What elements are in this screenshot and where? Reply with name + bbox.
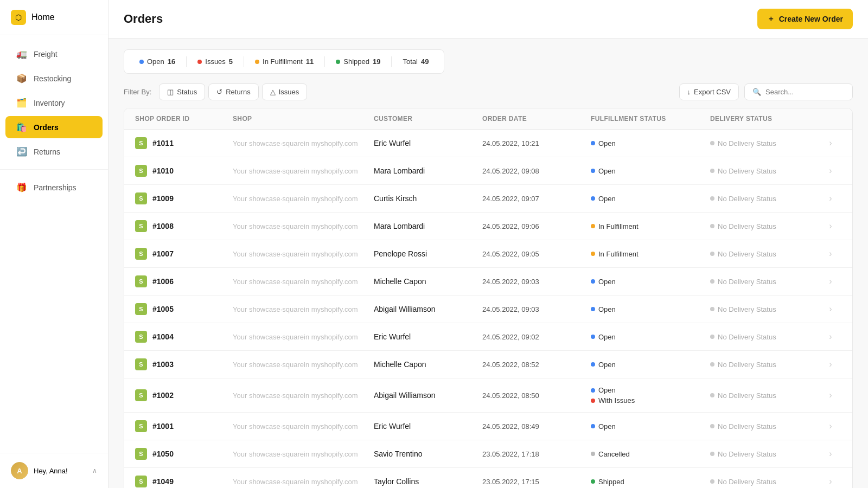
order-id-cell: S #1050 [135,448,233,460]
table-row[interactable]: S #1001 Your showcase·squarein myshopify… [124,413,852,440]
sidebar-item-freight[interactable]: 🚛 Freight [5,43,103,65]
fulfillment-status-text: Cancelled [598,450,630,458]
sidebar-logo[interactable]: ⬡ Home [0,0,108,35]
issues-filter-button[interactable]: △ Issues [262,84,308,100]
order-id-text: #1050 [152,450,174,458]
orders-icon: 🛍️ [16,122,27,132]
search-input[interactable] [765,88,845,96]
status-cell: Open [591,422,710,431]
order-id-cell: S #1009 [135,192,233,204]
table-row[interactable]: S #1010 Your showcase·squarein myshopify… [124,157,852,185]
status-cell: Open [591,361,710,369]
page-title: Orders [124,12,163,26]
stat-shipped: Shipped 19 [330,55,386,68]
status-cell: Shipped [591,478,710,486]
delivery-status-text: No Delivery Status [718,167,776,175]
inventory-icon: 🗂️ [16,98,27,108]
fulfillment-status-text: Open [598,195,616,203]
fulfillment-count: 11 [306,57,314,66]
table-row[interactable]: S #1008 Your showcase·squarein myshopify… [124,213,852,240]
sidebar-item-label: Inventory [34,99,65,107]
fulfillment-badge: Shipped [591,478,710,486]
order-id-text: #1005 [152,305,174,313]
stat-open: Open 16 [134,55,181,68]
row-chevron-icon[interactable]: › [820,304,841,314]
th-delivery: Delivery Status [710,115,820,123]
delivery-dot [710,424,714,428]
sidebar-item-returns[interactable]: ↩️ Returns [5,140,103,163]
row-chevron-icon[interactable]: › [820,390,841,400]
returns-filter-button[interactable]: ↺ Returns [208,84,259,100]
table-row[interactable]: S #1005 Your showcase·squarein myshopify… [124,296,852,323]
table-row[interactable]: S #1011 Your showcase·squarein myshopify… [124,130,852,157]
sidebar-footer[interactable]: A Hey, Anna! ∧ [0,453,108,488]
table-row[interactable]: S #1009 Your showcase·squarein myshopify… [124,185,852,213]
row-chevron-icon[interactable]: › [820,421,841,431]
fulfillment-badge: Open [591,167,710,175]
customer-cell: Michelle Capon [374,360,482,369]
table-row[interactable]: S #1007 Your showcase·squarein myshopify… [124,240,852,268]
table-row[interactable]: S #1049 Your showcase·squarein myshopify… [124,468,852,488]
delivery-dot [710,452,714,456]
fulfillment-badge: Open [591,195,710,203]
status-cell: Open [591,278,710,286]
customer-cell: Savio Trentino [374,450,482,458]
order-id-text: #1010 [152,166,174,175]
shopify-icon: S [135,331,147,343]
row-chevron-icon[interactable]: › [820,277,841,286]
delivery-cell: No Delivery Status [710,478,820,486]
row-chevron-icon[interactable]: › [820,449,841,459]
export-csv-button[interactable]: ↓ Export CSV [679,84,739,100]
customer-cell: Curtis Kirsch [374,194,482,203]
table-row[interactable]: S #1002 Your showcase·squarein myshopify… [124,378,852,413]
row-chevron-icon[interactable]: › [820,166,841,176]
search-icon: 🔍 [752,88,761,96]
stat-divider [186,56,187,67]
user-greeting: Hey, Anna! [34,467,87,475]
delivery-dot [710,335,714,339]
row-chevron-icon[interactable]: › [820,138,841,148]
shipped-count: 19 [373,57,380,66]
shop-cell: Your showcase·squarein myshopify.com [233,250,374,258]
open-dot [139,60,144,64]
table-row[interactable]: S #1003 Your showcase·squarein myshopify… [124,351,852,378]
sidebar-item-partnerships[interactable]: 🎁 Partnerships [5,176,103,198]
sidebar-item-orders[interactable]: 🛍️ Orders [5,116,103,138]
filter-bar: Filter By: ◫ Status ↺ Returns △ Issues ↓… [124,84,853,100]
sidebar-item-restocking[interactable]: 📦 Restocking [5,67,103,89]
shop-cell: Your showcase·squarein myshopify.com [233,333,374,341]
row-chevron-icon[interactable]: › [820,477,841,486]
returns-icon: ↩️ [16,146,27,157]
customer-cell: Taylor Collins [374,477,482,486]
date-cell: 23.05.2022, 17:18 [482,450,591,458]
restocking-icon: 📦 [16,73,27,84]
row-chevron-icon[interactable]: › [820,249,841,259]
date-cell: 24.05.2022, 10:21 [482,139,591,147]
table-row[interactable]: S #1006 Your showcase·squarein myshopify… [124,268,852,296]
table-row[interactable]: S #1004 Your showcase·squarein myshopify… [124,323,852,351]
row-chevron-icon[interactable]: › [820,221,841,231]
shipped-label: Shipped [343,57,369,66]
order-id-text: #1004 [152,332,174,341]
shop-cell: Your showcase·squarein myshopify.com [233,139,374,147]
create-order-button[interactable]: ＋ Create New Order [757,9,853,29]
issues-label: Issues [205,57,226,66]
date-cell: 24.05.2022, 09:02 [482,333,591,341]
table-header: Shop Order ID Shop Customer Order Date F… [124,108,852,130]
row-chevron-icon[interactable]: › [820,332,841,342]
order-id-cell: S #1005 [135,303,233,315]
fulfillment-status-text: Shipped [598,478,624,486]
order-id-cell: S #1003 [135,358,233,370]
status-cell: Open With Issues [591,386,710,404]
sidebar-item-label: Restocking [34,74,71,83]
status-filter-button[interactable]: ◫ Status [159,84,205,100]
search-box[interactable]: 🔍 [744,84,853,100]
order-id-cell: S #1002 [135,389,233,401]
row-chevron-icon[interactable]: › [820,194,841,203]
row-chevron-icon[interactable]: › [820,359,841,369]
sidebar-item-inventory[interactable]: 🗂️ Inventory [5,92,103,114]
delivery-status-text: No Delivery Status [718,478,776,486]
delivery-cell: No Delivery Status [710,222,820,230]
table-row[interactable]: S #1050 Your showcase·squarein myshopify… [124,440,852,468]
shop-cell: Your showcase·squarein myshopify.com [233,167,374,175]
